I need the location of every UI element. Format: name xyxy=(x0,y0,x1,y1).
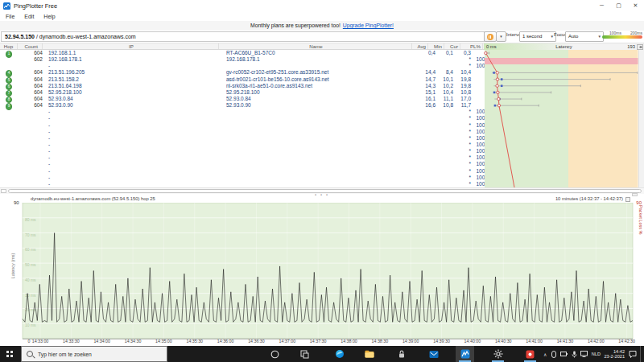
gridline-label: 60 ms xyxy=(25,247,36,252)
taskbar-clock[interactable]: 14:42 23-2-2021 xyxy=(604,349,625,360)
min-cell xyxy=(437,148,455,154)
taskbar-search-input[interactable]: Typ hier om te zoeken xyxy=(21,346,167,362)
tray-display-icon[interactable] xyxy=(580,351,588,357)
tray-microphone-icon[interactable] xyxy=(572,351,577,358)
task-view-icon[interactable] xyxy=(295,346,314,362)
close-icon[interactable]: ✕ xyxy=(627,0,644,11)
tray-expand-icon[interactable]: ∧ xyxy=(543,352,547,357)
file-explorer-icon[interactable] xyxy=(360,346,378,362)
count-cell: 604 xyxy=(18,83,47,89)
count-cell: 604 xyxy=(18,89,47,96)
col-header-ip[interactable]: IP xyxy=(43,43,219,49)
count-cell xyxy=(18,154,47,161)
gridline-label: 70 ms xyxy=(25,232,36,237)
tray-battery-icon[interactable] xyxy=(560,351,568,357)
avg-cell: 14,3 xyxy=(419,83,437,89)
count-cell xyxy=(18,161,47,167)
start-button[interactable] xyxy=(0,346,20,362)
name-cell: 192.168.178.1 xyxy=(225,56,419,63)
menu-edit[interactable]: Edit xyxy=(24,14,34,19)
name-cell xyxy=(225,168,419,175)
settings-gear-icon[interactable] xyxy=(489,346,507,362)
search-icon xyxy=(27,351,33,357)
count-cell xyxy=(18,129,47,135)
alert-app-icon[interactable] xyxy=(521,346,539,362)
min-cell: 10,2 xyxy=(437,83,455,89)
minimize-icon[interactable]: ─ xyxy=(593,0,610,11)
timeline-x-axis: 014:33:0014:33:3014:34:0014:34:3014:35:0… xyxy=(0,339,644,346)
menu-file[interactable]: File xyxy=(6,14,14,19)
interval-select[interactable]: 1 second ▼ xyxy=(519,31,556,42)
avg-cell: 14,4 xyxy=(419,69,437,76)
ip-cell: - xyxy=(47,181,225,187)
grid-vertical-scrollbar[interactable] xyxy=(638,50,644,187)
hop-cell: 6 xyxy=(0,83,18,89)
count-cell: 602 xyxy=(18,56,47,63)
min-cell xyxy=(437,161,455,167)
ip-cell: 52.95.218.100 xyxy=(47,89,225,96)
col-header-min[interactable]: Min xyxy=(428,43,444,49)
latency-zone-good xyxy=(485,50,568,187)
pause-button[interactable] xyxy=(484,31,497,42)
timeline-title: dynamodb.eu-west-1.amazonaws.com (52.94.… xyxy=(31,196,155,201)
timeline-options-icon[interactable] xyxy=(625,197,630,202)
cur-cell: * xyxy=(455,148,473,154)
current-latency-marker xyxy=(501,78,503,80)
show-desktop-button[interactable] xyxy=(640,346,642,362)
target-address-bar[interactable]: 52.94.5.150 / dynamodb.eu-west-1.amazona… xyxy=(1,31,485,42)
avg-cell xyxy=(419,175,437,181)
gridline-label: 10 ms xyxy=(25,323,36,327)
gridline-label: 50 ms xyxy=(25,262,36,267)
col-header-pl[interactable]: PL% xyxy=(460,43,483,49)
avg-cell: 14,7 xyxy=(419,76,437,83)
focus-select[interactable]: Auto ▼ xyxy=(565,31,604,42)
security-app-icon[interactable] xyxy=(392,346,411,362)
min-cell xyxy=(437,122,455,129)
gridline-label: 20 ms xyxy=(25,307,36,312)
cur-cell: * xyxy=(455,122,473,129)
latency-scale-spinner[interactable] xyxy=(637,44,643,50)
avg-latency-marker xyxy=(496,78,498,80)
avg-cell xyxy=(419,63,437,69)
interval-value: 1 second xyxy=(522,34,542,39)
hop-cell xyxy=(0,161,18,167)
maximize-icon[interactable]: ▢ xyxy=(610,0,627,11)
latency-scale-max: 193 xyxy=(627,43,635,50)
mail-app-icon[interactable] xyxy=(424,346,443,362)
tray-device-icon[interactable] xyxy=(551,351,557,358)
avg-cell xyxy=(419,56,437,63)
hop-cell xyxy=(0,181,18,187)
x-axis-tick-label: 14:41:00 xyxy=(526,339,543,343)
menu-help[interactable]: Help xyxy=(43,14,55,19)
pause-dropdown-icon[interactable]: ▼ xyxy=(496,31,506,42)
edge-browser-icon[interactable] xyxy=(330,346,349,362)
ip-cell: 192.168.178.1 xyxy=(47,56,225,63)
action-center-icon[interactable] xyxy=(629,350,637,358)
col-header-count[interactable]: Count xyxy=(18,43,43,49)
ip-cell: 52.93.0.84 xyxy=(47,96,225,102)
upgrade-link[interactable]: Upgrade PingPlotter! xyxy=(343,23,394,28)
pingplotter-taskbar-icon[interactable] xyxy=(456,346,474,362)
x-axis-tick-label: 14:38:30 xyxy=(372,339,389,343)
cortana-icon[interactable] xyxy=(266,346,284,362)
hop-cell: 9 xyxy=(0,102,18,109)
hop-cell xyxy=(0,148,18,154)
ip-cell: - xyxy=(47,142,225,148)
avg-cell xyxy=(419,181,437,187)
col-header-avg[interactable]: Avg xyxy=(412,43,428,49)
latency-timeline-chart[interactable]: 10 ms20 ms30 ms40 ms50 ms60 ms70 ms80 ms xyxy=(0,203,644,339)
hop-cell xyxy=(0,135,18,142)
col-header-name[interactable]: Name xyxy=(219,43,412,49)
col-header-hop[interactable]: Hop xyxy=(0,43,18,49)
current-latency-marker xyxy=(493,72,495,74)
col-header-cur[interactable]: Cur xyxy=(444,43,460,49)
name-cell xyxy=(225,115,419,121)
promo-banner: Monthly plans are superpowered too!Upgra… xyxy=(0,21,644,31)
avg-cell: 15,1 xyxy=(419,89,437,96)
name-cell xyxy=(225,175,419,181)
avg-cell xyxy=(419,109,437,115)
current-latency-marker xyxy=(494,105,497,107)
ip-cell: - xyxy=(47,122,225,129)
language-indicator[interactable]: NLD xyxy=(592,352,601,356)
tray-date: 23-2-2021 xyxy=(604,354,625,359)
